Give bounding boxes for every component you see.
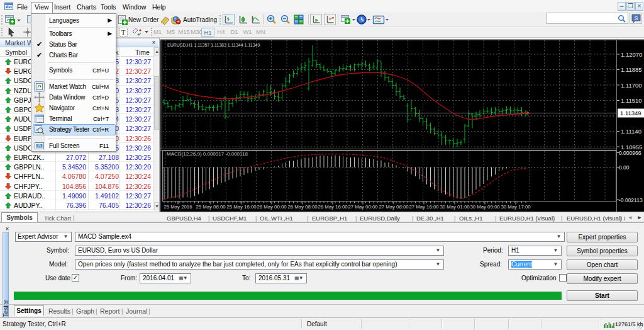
svg-text:EURUSD,H1 1.11357 1.11383 1.11: EURUSD,H1 1.11357 1.11383 1.11344 1.1134… (167, 43, 260, 47)
svg-text:T: T (121, 28, 126, 36)
svg-text:1.11510: 1.11510 (621, 97, 642, 104)
svg-text:-0.002113: -0.002113 (619, 197, 643, 203)
svg-text:0.000966: 0.000966 (619, 150, 641, 156)
svg-text:25 May 2016: 25 May 2016 (164, 204, 192, 210)
svg-text:1.10955: 1.10955 (621, 144, 642, 151)
svg-text:30 May 09:00: 30 May 09:00 (470, 204, 500, 210)
svg-text:25 May 08:00: 25 May 08:00 (196, 204, 226, 210)
svg-text:27 May 00:00: 27 May 00:00 (348, 204, 378, 210)
svg-text:30 May 01:00: 30 May 01:00 (440, 204, 470, 210)
svg-text:S: S (634, 15, 638, 21)
svg-text:27 May 16:00: 27 May 16:00 (409, 204, 439, 210)
svg-text:26 May 16:00: 26 May 16:00 (318, 204, 348, 210)
svg-text:25 May 16:00: 25 May 16:00 (226, 204, 257, 210)
svg-text:1.11700: 1.11700 (621, 82, 642, 89)
svg-text:26 May 00:00: 26 May 00:00 (257, 204, 287, 210)
svg-text:0.00: 0.00 (619, 164, 630, 171)
svg-text:MACD(12,26,9) 0.000017 -0.0001: MACD(12,26,9) 0.000017 -0.000118 (167, 151, 248, 157)
svg-text:27 May 08:00: 27 May 08:00 (379, 204, 409, 210)
svg-text:30 May 17:00: 30 May 17:00 (501, 204, 531, 210)
svg-text:1.11349: 1.11349 (620, 110, 641, 117)
svg-text:26 May 08:00: 26 May 08:00 (287, 204, 318, 210)
svg-text:1.11140: 1.11140 (621, 128, 641, 135)
svg-text:1.12070: 1.12070 (621, 51, 642, 58)
svg-text:1.11885: 1.11885 (621, 66, 642, 73)
